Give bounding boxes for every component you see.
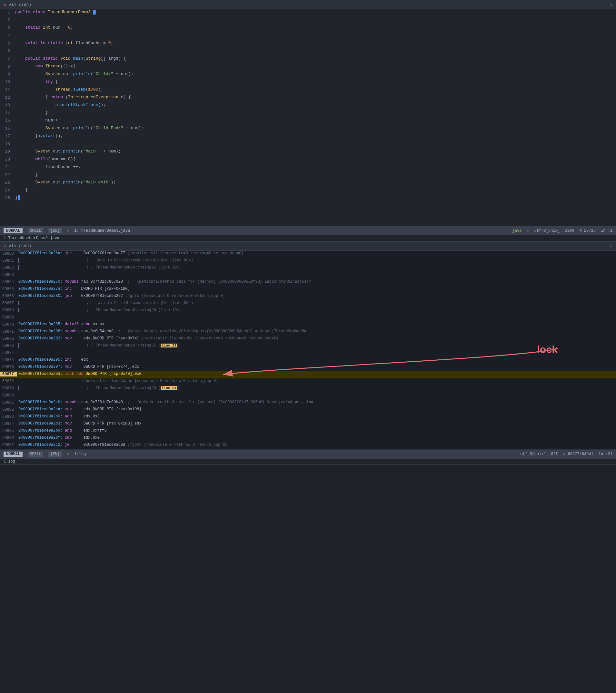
tilde-line: ~ bbox=[0, 218, 616, 226]
asm-line-content: 0x00007f81ece9a2a0: movabs rax,0x7f81d7c… bbox=[17, 400, 616, 404]
line-number: 2 bbox=[0, 17, 14, 23]
asm-status-percentage: 82% bbox=[551, 452, 558, 456]
asm-line-content: 0x00007f81ece9a26a: jne 0x00007f81ece9ac… bbox=[17, 251, 616, 256]
line-content: flushCache ++; bbox=[14, 164, 616, 169]
status-filetype: java bbox=[512, 229, 521, 233]
asm-line-number: 69869 bbox=[0, 315, 17, 320]
line-content: System.out.println("Child:" + num); bbox=[14, 72, 616, 76]
asm-line-content: 0x00007f81ece9a295: inc edx bbox=[17, 357, 616, 362]
line-number: 23 bbox=[0, 180, 14, 185]
line-number: 12 bbox=[0, 95, 14, 100]
code-line: 10 try { bbox=[0, 79, 616, 87]
asm-line: 69879 ; - ThreadNumberDemo3::main@40 (li… bbox=[0, 385, 616, 393]
status-encoding: utf-8[unix] bbox=[534, 229, 560, 233]
titlebar-left: ✕ vim (ssh) bbox=[3, 2, 31, 7]
asm-line-number: 69873 bbox=[0, 343, 17, 348]
asm-status-lineinfo: ln :21 bbox=[599, 452, 613, 456]
asm-line: 69868 ; - ThreadNumberDemo3::main@26 (li… bbox=[0, 308, 616, 315]
asm-window-title: vim (ssh) bbox=[9, 244, 31, 249]
code-line: 3 static int num = 0; bbox=[0, 25, 616, 33]
line-content: public static void main(String[] args) { bbox=[14, 56, 616, 61]
line-content: }).start(); bbox=[14, 134, 616, 138]
asm-window-menu-icon: ⊙ bbox=[610, 243, 613, 249]
code-line: 20 while(num == 0){ bbox=[0, 156, 616, 164]
code-line: 6 bbox=[0, 48, 616, 56]
line-content: public class ThreadNumberDemo3 bbox=[14, 10, 616, 15]
java-titlebar: ✕ vim (ssh) ⊙ bbox=[0, 0, 616, 9]
asm-line-number: 69882 bbox=[0, 407, 17, 412]
asm-line: 69874 bbox=[0, 350, 616, 357]
asm-titlebar-left: ✕ vim (ssh) bbox=[3, 244, 31, 249]
asm-code-area[interactable]: 698600x00007f81ece9a26a: jne 0x00007f81e… bbox=[0, 251, 616, 449]
line-number: 24 bbox=[0, 187, 14, 193]
java-bottom-filename: 1:ThreadNumberDemo3.java bbox=[0, 235, 616, 241]
asm-line-content: 0x00007f81ece9a2c2: je 0x00007f81ece9ac8… bbox=[17, 442, 616, 447]
asm-line-number: 69874 bbox=[0, 350, 17, 355]
asm-line: 698650x00007f81ece9a27a: inc DWORD PTR [… bbox=[0, 286, 616, 293]
line-content: Thread.sleep(1000); bbox=[14, 87, 616, 92]
asm-line: 698850x00007f81ece9a2b9: and edx,0xfff8 bbox=[0, 428, 616, 435]
tilde-line: ~ bbox=[0, 203, 616, 211]
asm-status-lang: [EN] bbox=[49, 452, 62, 457]
asm-titlebar: ✕ vim (ssh) ⊙ bbox=[0, 242, 616, 251]
java-code-area[interactable]: 1public class ThreadNumberDemo3 2 3 stat… bbox=[0, 9, 616, 226]
asm-status-mode: NORMAL bbox=[3, 452, 23, 457]
window-menu-icon: ⊙ bbox=[610, 2, 613, 7]
asm-line-number: 69885 bbox=[0, 428, 17, 433]
asm-line: 698640x00007f81ece9a270: movabs rax,0x7f… bbox=[0, 279, 616, 286]
line-content: System.out.println("Child End:" + num); bbox=[14, 126, 616, 131]
code-line: 12 } catch (InterruptedException e) { bbox=[0, 95, 616, 102]
code-line: 21 flushCache ++; bbox=[0, 164, 616, 172]
asm-line: 698660x00007f81ece9a280: jmp 0x00007f81e… bbox=[0, 293, 616, 300]
line-number: 17 bbox=[0, 134, 14, 139]
asm-line-number: 69884 bbox=[0, 421, 17, 426]
tilde-line: ~ bbox=[0, 211, 616, 218]
line-content bbox=[14, 33, 616, 38]
line-number: 21 bbox=[0, 164, 14, 170]
asm-line-number: 69883 bbox=[0, 414, 17, 419]
line-number: 20 bbox=[0, 157, 14, 162]
status-filename: 1:ThreadNumberDemo3.java bbox=[74, 229, 507, 233]
asm-bottom-filename: 1:log bbox=[0, 458, 616, 464]
asm-editor-window: ✕ vim (ssh) ⊙ 698600x00007f81ece9a26a: j… bbox=[0, 241, 616, 465]
line-content: volatile static int flushCache = 0; bbox=[14, 41, 616, 45]
asm-line-number: 69870 bbox=[0, 322, 17, 327]
asm-line: 698810x00007f81ece9a2a0: movabs rax,0x7f… bbox=[0, 400, 616, 407]
line-number: 5 bbox=[0, 41, 14, 46]
status-right: java ◆ utf-8[unix] 100% ≡ 25/25 ln :1 bbox=[512, 228, 613, 233]
asm-line-content: 0x00007f81ece9a2b0: add edx,0x8 bbox=[17, 414, 616, 419]
asm-line-number: 69863 bbox=[0, 272, 17, 277]
status-spell: SPELL bbox=[28, 228, 43, 233]
asm-line: 698600x00007f81ece9a26a: jne 0x00007f81e… bbox=[0, 251, 616, 258]
java-window-title: vim (ssh) bbox=[9, 2, 31, 7]
asm-line-number: 69878 bbox=[0, 379, 17, 383]
line-number: 22 bbox=[0, 172, 14, 177]
asm-line-content: ; - ThreadNumberDemo3::main@35 (line 21) bbox=[17, 343, 616, 348]
x-icon: ✕ bbox=[3, 2, 6, 7]
code-line: 1public class ThreadNumberDemo3 bbox=[0, 9, 616, 17]
asm-line-content: 0x00007f81ece9a29d: lock add DWORD PTR [… bbox=[17, 372, 616, 376]
code-line: 14 } bbox=[0, 110, 616, 118]
asm-line-content: 0x00007f81ece9a270: movabs rax,0x7f81d78… bbox=[17, 279, 616, 284]
line-number: 10 bbox=[0, 79, 14, 84]
asm-line-content: 0x00007f81ece9a285: data16 xchg ax,ax bbox=[17, 322, 616, 326]
line-content: System.out.println("Main exit"); bbox=[14, 180, 616, 185]
asm-line: 69878 ;*putstatic flushCache {reexecute=… bbox=[0, 378, 616, 385]
asm-line-number: 69872 bbox=[0, 336, 17, 341]
asm-line: 69863 bbox=[0, 272, 616, 279]
line-number: 7 bbox=[0, 56, 14, 61]
asm-line-content: 0x00007f81ece9a280: jmp 0x00007f81ece9a2… bbox=[17, 294, 616, 298]
line-number: 3 bbox=[0, 25, 14, 30]
line-content: } bbox=[14, 110, 616, 115]
asm-line: 698870x00007f81ece9a2c2: je 0x00007f81ec… bbox=[0, 442, 616, 449]
line-number: 8 bbox=[0, 64, 14, 69]
lock-annotation: lock bbox=[537, 343, 558, 356]
asm-line-number: 69880 bbox=[0, 393, 17, 398]
line-content bbox=[14, 48, 616, 53]
asm-line: 69880 bbox=[0, 393, 616, 400]
asm-line-content: ; - java.io.PrintStream::println@14 (lin… bbox=[17, 258, 616, 263]
status-lineinfo: ln :1 bbox=[601, 229, 613, 233]
asm-line-number: 69875 bbox=[0, 357, 17, 362]
asm-status-spell: SPELL bbox=[28, 452, 43, 457]
line-number: 15 bbox=[0, 118, 14, 123]
